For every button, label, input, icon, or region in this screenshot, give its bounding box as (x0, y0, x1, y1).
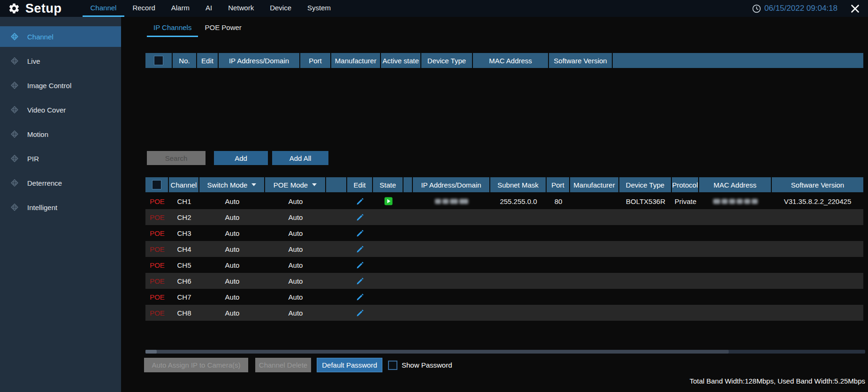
subnet-mask-value (490, 305, 547, 321)
chevron-down-icon (312, 183, 317, 186)
redacted-text (435, 199, 468, 204)
auto-assign-ip-button[interactable]: Auto Assign IP to Camera(s) (144, 358, 248, 372)
close-icon[interactable] (851, 4, 860, 13)
menu-diamond-icon (10, 32, 19, 41)
col-header-protocol: Protocol (672, 177, 699, 192)
scrollbar-thumb[interactable] (145, 350, 729, 354)
sidebar-item-channel[interactable]: Channel (0, 26, 121, 47)
topbar-right: 06/15/2022 09:04:18 (752, 4, 868, 13)
channel-label: CH4 (169, 241, 199, 257)
header-filler (613, 53, 863, 68)
nav-alarm[interactable]: Alarm (163, 0, 198, 17)
col-header-switch-mode[interactable]: Switch Mode (199, 177, 265, 192)
col-header-channel: Channel (169, 177, 199, 192)
device-type-value (619, 257, 672, 273)
col-header-manufacturer: Manufacturer (570, 177, 619, 192)
spacer (404, 209, 413, 225)
nav-device[interactable]: Device (262, 0, 299, 17)
state-play-icon[interactable] (384, 197, 393, 205)
poe-label: POE (145, 209, 169, 225)
default-password-button[interactable]: Default Password (317, 358, 382, 372)
spacer (404, 225, 413, 241)
edit-icon[interactable] (356, 229, 364, 237)
switch-mode-value: Auto (199, 305, 265, 321)
col-header-manufacturer: Manufacturer (331, 53, 381, 68)
protocol-value (672, 225, 699, 241)
sidebar-item-video-cover[interactable]: Video Cover (0, 99, 121, 120)
tab-poe-power[interactable]: POE Power (198, 19, 248, 37)
channel-delete-button[interactable]: Channel Delete (255, 358, 311, 372)
header-label: Manufacturer (573, 181, 615, 189)
channel-row-ch4: POECH4AutoAuto (145, 241, 863, 257)
sidebar-item-motion[interactable]: Motion (0, 124, 121, 144)
nav-network[interactable]: Network (220, 0, 262, 17)
col-header-no: No. (173, 53, 197, 68)
nav-channel[interactable]: Channel (83, 0, 125, 17)
add-button[interactable]: Add (214, 151, 268, 165)
horizontal-scrollbar[interactable] (145, 350, 865, 354)
manufacturer-value (570, 305, 619, 321)
port-value (547, 209, 570, 225)
edit-icon[interactable] (356, 277, 364, 285)
manufacturer-value (570, 193, 619, 209)
header-label: Edit (354, 181, 366, 189)
switch-mode-value: Auto (199, 225, 265, 241)
edit-icon[interactable] (356, 293, 364, 301)
chevron-down-icon (251, 183, 256, 186)
select-all-checkbox[interactable] (152, 180, 161, 189)
edit-icon[interactable] (356, 213, 364, 221)
spacer (404, 241, 413, 257)
header-label: Port (551, 181, 564, 189)
nav-ai[interactable]: AI (198, 0, 220, 17)
col-header-state: State (373, 177, 404, 192)
edit-icon[interactable] (356, 245, 364, 253)
sidebar-item-intelligent[interactable]: Intelligent (0, 197, 121, 218)
header-label: POE Mode (274, 181, 308, 189)
sidebar-item-live[interactable]: Live (0, 51, 121, 71)
channel-row-ch3: POECH3AutoAuto (145, 225, 863, 241)
datetime: 06/15/2022 09:04:18 (764, 4, 838, 13)
spacer (404, 305, 413, 321)
sidebar-item-image-control[interactable]: Image Control (0, 75, 121, 96)
search-button[interactable]: Search (147, 151, 206, 165)
header-label: Protocol (672, 181, 698, 189)
spacer (326, 257, 347, 273)
state-cell (373, 209, 404, 225)
show-password-checkbox[interactable] (388, 361, 397, 370)
state-cell (373, 289, 404, 305)
topbar: Setup ChannelRecordAlarmAINetworkDeviceS… (0, 0, 868, 17)
protocol-value (672, 273, 699, 289)
poe-label: POE (145, 225, 169, 241)
col-header-poe-mode[interactable]: POE Mode (265, 177, 326, 192)
sidebar-item-pir[interactable]: PIR (0, 148, 121, 169)
ip-address-value (413, 225, 490, 241)
menu-diamond-icon (10, 129, 19, 139)
poe-mode-value: Auto (265, 193, 326, 209)
state-cell (373, 241, 404, 257)
channel-row-ch6: POECH6AutoAuto (145, 273, 863, 289)
channel-row-ch2: POECH2AutoAuto (145, 209, 863, 225)
switch-mode-value: Auto (199, 257, 265, 273)
edit-icon[interactable] (356, 197, 364, 205)
scrollbar-grip[interactable] (145, 350, 157, 354)
edit-icon[interactable] (356, 309, 364, 317)
sidebar-item-label: Channel (27, 33, 53, 41)
edit-icon[interactable] (356, 261, 364, 269)
channel-label: CH1 (169, 193, 199, 209)
select-all-checkbox[interactable] (154, 56, 163, 65)
tab-ip-channels[interactable]: IP Channels (147, 19, 198, 37)
nav-record[interactable]: Record (124, 0, 163, 17)
subnet-mask-value (490, 273, 547, 289)
sidebar-item-deterrence[interactable]: Deterrence (0, 173, 121, 193)
add-all-button[interactable]: Add All (272, 151, 328, 165)
port-value (547, 257, 570, 273)
port-value: 80 (547, 193, 570, 209)
manufacturer-value (570, 225, 619, 241)
channel-label: CH2 (169, 209, 199, 225)
state-cell (373, 257, 404, 273)
spacer (326, 241, 347, 257)
device-type-value (619, 209, 672, 225)
poe-mode-value: Auto (265, 257, 326, 273)
nav-system[interactable]: System (299, 0, 339, 17)
channels-table-header: ChannelSwitch ModePOE ModeEditStateIP Ad… (145, 177, 863, 192)
